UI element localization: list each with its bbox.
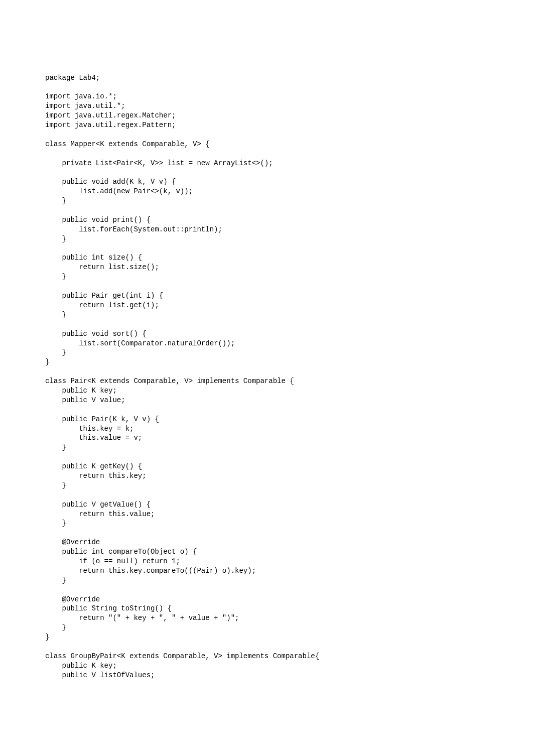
code-block: package Lab4; import java.io.*; import j… — [45, 73, 488, 680]
